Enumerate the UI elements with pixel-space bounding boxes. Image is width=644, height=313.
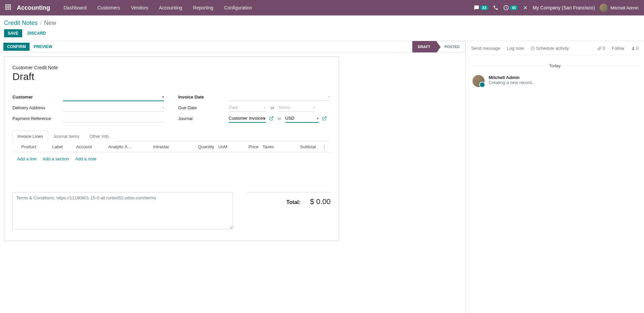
navbar-menu-configuration[interactable]: Configuration xyxy=(219,0,258,15)
message-author: Mitchell Admin xyxy=(489,75,637,80)
tab-invoice-lines[interactable]: Invoice Lines xyxy=(12,131,48,142)
payment-terms-input[interactable] xyxy=(278,104,315,112)
preview-button[interactable]: Preview xyxy=(34,44,52,49)
app-brand[interactable]: Accounting xyxy=(17,4,50,11)
breadcrumb-separator: / xyxy=(40,19,42,26)
breadcrumb-parent[interactable]: Credit Notes xyxy=(4,19,38,26)
external-link-icon[interactable] xyxy=(269,116,274,121)
due-date-or: or xyxy=(270,105,274,110)
columns-menu-icon[interactable]: ⋮ xyxy=(320,144,329,149)
col-account: Account xyxy=(74,142,106,152)
total-label: Total: xyxy=(286,199,300,205)
user-avatar-icon xyxy=(600,4,608,12)
navbar-menu-customers[interactable]: Customers xyxy=(92,0,126,15)
log-note-button[interactable]: Log note xyxy=(507,46,524,51)
breadcrumb: Credit Notes / New xyxy=(4,19,639,27)
main-area: Confirm Preview Draft Posted Customer Cr… xyxy=(0,41,644,313)
invoice-lines-table: Product Label Account Analytic A… Intras… xyxy=(12,142,331,165)
attachments-button[interactable]: 0 xyxy=(598,46,605,51)
activities-icon[interactable]: 45 xyxy=(503,5,518,11)
tab-other-info[interactable]: Other Info xyxy=(84,131,114,142)
add-note-link[interactable]: Add a note xyxy=(75,156,97,161)
chatter-message[interactable]: Mitchell Admin Creating a new record... xyxy=(471,73,639,89)
control-panel: Credit Notes / New Save Discard xyxy=(0,15,644,41)
navbar-menu-accounting[interactable]: Accounting xyxy=(154,0,188,15)
col-product: Product xyxy=(19,142,50,152)
form-area: Confirm Preview Draft Posted Customer Cr… xyxy=(0,41,466,313)
chatter-date-divider: Today xyxy=(471,63,639,68)
external-link-icon[interactable] xyxy=(322,116,327,121)
col-price: Price xyxy=(238,142,261,152)
label-invoice-date: Invoice Date xyxy=(178,94,229,100)
tab-journal-items[interactable]: Journal Items xyxy=(48,131,84,142)
user-menu[interactable]: Mitchell Admin xyxy=(600,4,639,12)
journal-input[interactable] xyxy=(229,114,266,123)
apps-menu-icon[interactable] xyxy=(5,4,12,11)
message-avatar-icon xyxy=(472,75,485,87)
add-section-link[interactable]: Add a section xyxy=(43,156,69,161)
total-value: $ 0.00 xyxy=(310,197,331,206)
messages-icon[interactable]: 33 xyxy=(473,5,488,10)
label-delivery-address: Delivery Address xyxy=(12,105,63,110)
col-subtotal: Subtotal xyxy=(286,142,318,152)
journal-in: in xyxy=(278,116,281,121)
label-customer: Customer xyxy=(12,94,63,100)
totals: Total: $ 0.00 xyxy=(247,192,331,206)
sheet-subtitle: Customer Credit Note xyxy=(12,65,331,70)
chatter-topbar: Send message Log note Schedule activity … xyxy=(471,44,639,55)
breadcrumb-current: New xyxy=(44,19,56,26)
label-due-date: Due Date xyxy=(178,105,229,110)
due-date-input[interactable] xyxy=(229,104,266,112)
followers-count: 0 xyxy=(636,46,639,51)
user-name: Mitchell Admin xyxy=(610,5,639,10)
col-uom: UoM xyxy=(216,142,238,152)
followers-button[interactable]: 0 xyxy=(631,46,639,51)
phone-icon[interactable] xyxy=(493,5,498,10)
messages-badge: 33 xyxy=(480,5,488,10)
customer-input[interactable] xyxy=(63,93,164,101)
delivery-address-input[interactable] xyxy=(63,104,164,112)
sheet-title: Draft xyxy=(12,71,331,82)
invoice-date-input[interactable] xyxy=(229,93,330,101)
col-intrastat: Intrastat xyxy=(151,142,183,152)
navbar-menu-reporting[interactable]: Reporting xyxy=(188,0,219,15)
schedule-activity-button[interactable]: Schedule activity xyxy=(531,46,569,51)
col-analytic: Analytic A… xyxy=(106,142,151,152)
resize-handle[interactable]: ═══ xyxy=(12,229,331,233)
status-step-draft[interactable]: Draft xyxy=(412,41,436,52)
navbar-menu: Dashboard Customers Vendors Accounting R… xyxy=(58,0,258,15)
status-bar: Confirm Preview Draft Posted xyxy=(0,41,465,52)
svg-line-0 xyxy=(271,117,273,119)
confirm-button[interactable]: Confirm xyxy=(3,43,30,51)
follow-button[interactable]: Follow xyxy=(612,46,624,51)
company-switcher[interactable]: My Company (San Francisco) xyxy=(533,5,595,10)
message-text: Creating a new record... xyxy=(489,80,637,85)
status-step-posted[interactable]: Posted xyxy=(437,41,465,52)
send-message-button[interactable]: Send message xyxy=(471,46,500,51)
top-navbar: Accounting Dashboard Customers Vendors A… xyxy=(0,0,644,15)
payment-reference-input[interactable] xyxy=(63,114,165,122)
status-steps: Draft Posted xyxy=(412,41,465,52)
activities-badge: 45 xyxy=(510,5,518,10)
col-taxes: Taxes xyxy=(260,142,286,152)
col-label: Label xyxy=(50,142,74,152)
debug-icon[interactable] xyxy=(523,5,528,10)
navbar-menu-vendors[interactable]: Vendors xyxy=(125,0,153,15)
label-payment-reference: Payment Reference xyxy=(12,116,63,121)
chatter: Send message Log note Schedule activity … xyxy=(466,41,644,313)
save-button[interactable]: Save xyxy=(4,29,22,37)
attachments-count: 0 xyxy=(603,46,605,51)
navbar-menu-dashboard[interactable]: Dashboard xyxy=(58,0,92,15)
label-journal: Journal xyxy=(178,116,229,121)
svg-line-1 xyxy=(324,117,326,119)
terms-input[interactable] xyxy=(12,192,233,229)
add-line-link[interactable]: Add a line xyxy=(17,156,37,161)
currency-input[interactable] xyxy=(285,114,319,123)
notebook-tabs: Invoice Lines Journal Items Other Info xyxy=(12,131,331,142)
col-quantity: Quantity xyxy=(183,142,216,152)
form-sheet: Customer Credit Note Draft Customer ▼ De… xyxy=(4,56,339,241)
discard-button[interactable]: Discard xyxy=(28,31,46,36)
